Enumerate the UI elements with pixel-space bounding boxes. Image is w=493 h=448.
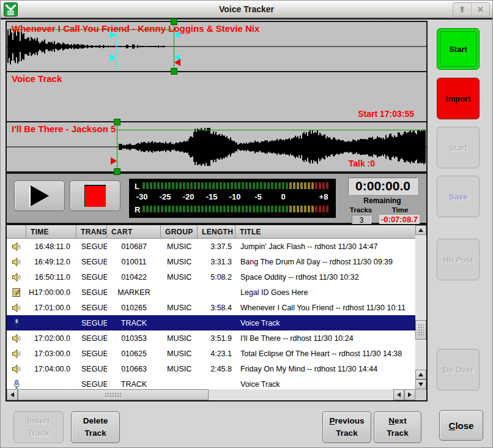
hit-post-button[interactable]: Hit Post [437, 239, 480, 280]
header-cart[interactable]: CART [107, 225, 161, 238]
speaker-icon [12, 303, 21, 313]
segue-marker-handle-icon[interactable] [110, 54, 116, 61]
waveform-pane-voice-track[interactable]: Voice Track Start 17:03:55 [6, 71, 428, 122]
meter-right-label: R [135, 205, 140, 214]
previous-track-title: Whenever I Call You Friend - Kenny Loggi… [12, 23, 259, 34]
voice-track-start-time: Start 17:03:55 [358, 109, 414, 119]
waveform-stack: Whenever I Call You Friend - Kenny Loggi… [6, 21, 428, 173]
speaker-icon [12, 242, 21, 252]
arrow-down-icon [418, 383, 423, 386]
cell-length: 3:51.9 [198, 334, 235, 343]
table-row[interactable]: 16:48:11.0SEGUE010687MUSIC3:37.5Jumpin' … [7, 239, 415, 254]
cell-group: MUSIC [161, 304, 198, 312]
cell-title: Bang The Drum All Day -- rdhost 11/30 09… [235, 258, 415, 266]
cell-icon [7, 318, 26, 328]
start-marker-handle-icon[interactable] [111, 157, 117, 165]
header-icon-col[interactable] [7, 225, 26, 238]
meter-left-segments [143, 182, 330, 189]
arrow-right-icon [408, 392, 412, 397]
header-time[interactable]: TIME [26, 225, 76, 238]
insert-track-label: Insert [28, 415, 50, 427]
close-button-label: Close [449, 420, 474, 431]
table-row[interactable]: 17:01:00.0SEGUE010265MUSIC3:58.4Whenever… [7, 300, 415, 315]
scroll-down-button[interactable] [415, 379, 426, 389]
next-track-label: Next [388, 415, 406, 427]
meter-right-segments [143, 206, 330, 212]
cell-length: 3:37.5 [198, 242, 235, 251]
cell-time: H17:00:00.0 [26, 288, 76, 297]
cell-icon [7, 303, 26, 313]
table-row[interactable]: SEGUETRACKVoice Track [7, 315, 415, 330]
horizontal-scroll-thumb[interactable] [18, 389, 209, 400]
cell-trans: SEGUE [76, 304, 107, 312]
end-marker-handle-icon[interactable] [174, 59, 180, 66]
delete-track-button[interactable]: Delete Track [71, 411, 120, 443]
table-row[interactable]: 16:49:12.0SEGUE010011MUSIC3:31.3Bang The… [7, 254, 415, 269]
header-trans[interactable]: TRANS [76, 225, 107, 238]
table-row[interactable]: 17:04:00.0SEGUE010663MUSIC2:45.8Friday O… [7, 361, 415, 376]
marker-handle-square[interactable] [171, 18, 177, 25]
titlebar: Voice Tracker ⬆ ✕ [1, 1, 492, 20]
close-icon[interactable]: ✕ [471, 3, 489, 16]
cell-cart: 010663 [107, 365, 161, 373]
header-group[interactable]: GROUP [161, 225, 198, 238]
start-recording-button[interactable]: Start [437, 28, 480, 70]
save-button[interactable]: Save [437, 176, 480, 217]
waveform-pane-previous-track[interactable]: Whenever I Call You Friend - Kenny Loggi… [6, 21, 428, 72]
tracks-label: Tracks [343, 206, 379, 214]
insert-track-button[interactable]: Insert Track [13, 411, 64, 443]
scroll-left-button-2[interactable] [393, 389, 404, 400]
scroll-left-button[interactable] [7, 389, 18, 400]
marker-handle-square[interactable] [171, 68, 177, 75]
marker-note-icon [12, 288, 21, 297]
cell-cart: TRACK [107, 319, 161, 327]
cell-cart: 010011 [107, 258, 161, 266]
header-length[interactable]: LENGTH [198, 225, 235, 238]
table-row[interactable]: 17:03:00.0SEGUE010625MUSIC4:23.1Total Ec… [7, 346, 415, 361]
cell-length: 5:08.2 [198, 273, 235, 282]
cell-cart: 010422 [107, 273, 161, 282]
stop-button[interactable] [70, 181, 120, 211]
log-table: TIME TRANS CART GROUP LENGTH TITLE 16:48… [6, 224, 428, 401]
scroll-right-button[interactable] [404, 389, 415, 400]
vertical-scrollbar[interactable] [415, 225, 426, 389]
cell-cart: TRACK [107, 380, 161, 389]
horizontal-scrollbar[interactable] [7, 389, 415, 400]
cell-length: 3:58.4 [198, 304, 235, 312]
voice-track-title: Voice Track [12, 73, 62, 84]
table-row[interactable]: 17:02:00.0SEGUE010353MUSIC3:51.9I'll Be … [7, 330, 415, 346]
track-start-marker-line[interactable] [117, 122, 117, 171]
cell-time: 16:48:11.0 [26, 242, 76, 251]
close-button[interactable]: Close [439, 410, 483, 441]
cell-icon [7, 288, 26, 297]
play-button[interactable] [14, 181, 65, 211]
cell-length: 4:23.1 [198, 349, 235, 358]
table-row[interactable]: 16:50:11.0SEGUE010422MUSIC5:08.2Space Od… [7, 269, 415, 285]
cell-icon [7, 334, 26, 343]
header-title[interactable]: TITLE [235, 225, 415, 238]
scroll-up-button-2[interactable] [415, 370, 426, 379]
meter-left-label: L [135, 182, 139, 191]
cell-cart: 010265 [107, 304, 161, 312]
cell-trans: SEGUE [76, 273, 107, 282]
import-button[interactable]: Import [437, 78, 480, 119]
do-over-button[interactable]: Do Over [437, 349, 480, 390]
remaining-panel: Remaining Tracks Time 3 -0:07:08.7 [343, 196, 421, 226]
next-track-button[interactable]: Next Track [374, 411, 421, 443]
cell-trans: SEGUE [76, 365, 107, 373]
vertical-scroll-thumb[interactable] [415, 320, 426, 340]
table-row[interactable]: H17:00:00.0SEGUEMARKERLegal ID Goes Here [7, 285, 415, 300]
scroll-up-button[interactable] [415, 225, 426, 235]
remaining-label: Remaining [343, 196, 421, 205]
speaker-icon [12, 334, 21, 343]
cell-title: Total Eclipse Of The Heart -- rdhost 11/… [235, 349, 415, 358]
shade-icon[interactable]: ⬆ [453, 3, 471, 16]
marker-handle-square[interactable] [114, 168, 120, 175]
cell-time: 17:01:00.0 [26, 304, 76, 312]
previous-track-button[interactable]: Previous Track [322, 411, 371, 443]
cell-trans: SEGUE [76, 319, 107, 327]
next-track-title: I'll Be There - Jackson 5 [12, 124, 116, 134]
marker-handle-square[interactable] [114, 119, 120, 125]
waveform-pane-next-track[interactable]: I'll Be There - Jackson 5 Talk :0 [6, 121, 428, 173]
start-next-button[interactable]: Start [437, 127, 480, 168]
